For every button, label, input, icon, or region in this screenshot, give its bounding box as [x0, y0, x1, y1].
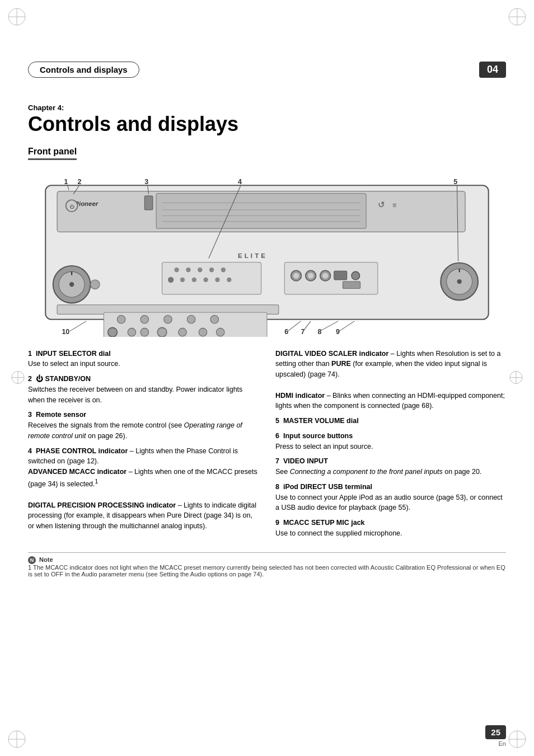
- chapter-title: Controls and displays: [28, 113, 506, 135]
- svg-point-41: [180, 277, 185, 281]
- corner-mark-tl: [6, 6, 28, 28]
- svg-text:2: 2: [78, 178, 82, 186]
- item-5: 5 MASTER VOLUME dial: [275, 416, 506, 426]
- svg-point-36: [186, 267, 190, 272]
- svg-line-74: [288, 321, 301, 331]
- front-panel-heading: Front panel: [28, 147, 77, 160]
- item-4: 4 PHASE CONTROL indicator – Lights when …: [28, 446, 259, 532]
- item-6: 6 Input source buttons Press to select a…: [275, 431, 506, 452]
- note-icon: N: [28, 556, 36, 564]
- svg-rect-33: [144, 196, 153, 210]
- svg-point-45: [227, 277, 231, 281]
- page-number: 25: [485, 725, 506, 739]
- right-column: DIGITAL VIDEO SCALER indicator – Lights …: [275, 349, 506, 543]
- corner-mark-bl: [6, 728, 28, 750]
- right-mid-mark: [508, 369, 524, 387]
- item-2: 2 ⏻ STANDBY/ON Switches the receiver bet…: [28, 374, 259, 405]
- svg-point-93: [210, 315, 219, 323]
- svg-rect-53: [334, 271, 347, 280]
- item-7: 7 VIDEO INPUT See Connecting a component…: [275, 456, 506, 477]
- svg-point-39: [221, 267, 226, 272]
- svg-text:1: 1: [64, 178, 68, 186]
- svg-point-94: [108, 327, 118, 337]
- item-3: 3 Remote sensor Receives the signals fro…: [28, 410, 259, 441]
- text-columns: 1 INPUT SELECTOR dial Use to select an i…: [28, 349, 506, 543]
- svg-text:↺: ↺: [378, 200, 385, 209]
- svg-rect-34: [162, 262, 261, 294]
- svg-text:⏻: ⏻: [69, 203, 74, 209]
- item-9: 9 MCACC SETUP MIC jack Use to connect th…: [275, 518, 506, 539]
- svg-line-76: [303, 321, 311, 331]
- svg-text:5: 5: [453, 178, 457, 186]
- svg-point-97: [157, 327, 167, 337]
- svg-point-42: [192, 277, 196, 281]
- footnote-text: 1 The MCACC indicator does not light whe…: [28, 564, 505, 577]
- left-mid-mark: [10, 369, 26, 387]
- corner-mark-br: [506, 728, 528, 750]
- corner-mark-tr: [506, 6, 528, 28]
- left-column: 1 INPUT SELECTOR dial Use to select an i…: [28, 349, 259, 543]
- svg-text:4: 4: [238, 178, 242, 186]
- chapter-label: Chapter 4:: [28, 104, 506, 112]
- svg-point-38: [209, 267, 214, 272]
- header-bar: Controls and displays 04: [28, 62, 506, 78]
- svg-point-40: [168, 276, 174, 282]
- svg-text:7: 7: [301, 327, 305, 335]
- device-illustration: Pioneer ELITE ⏻: [28, 168, 506, 339]
- item-8: 8 iPod DIRECT USB terminal Use to connec…: [275, 482, 506, 513]
- front-panel-svg: Pioneer ELITE ⏻: [28, 168, 506, 337]
- svg-line-80: [339, 321, 354, 331]
- svg-text:≡: ≡: [392, 201, 396, 209]
- svg-point-35: [174, 267, 179, 272]
- svg-text:ELITE: ELITE: [238, 252, 268, 259]
- svg-point-92: [187, 315, 195, 323]
- svg-point-48: [293, 273, 299, 278]
- svg-point-52: [322, 273, 328, 278]
- main-content: Chapter 4: Controls and displays Front p…: [28, 87, 506, 577]
- svg-point-101: [90, 280, 100, 289]
- svg-point-44: [215, 277, 219, 281]
- svg-point-90: [140, 315, 149, 323]
- note-label: Note: [39, 556, 53, 563]
- svg-point-54: [352, 271, 360, 280]
- svg-text:Pioneer: Pioneer: [74, 200, 99, 206]
- svg-rect-55: [343, 281, 360, 288]
- svg-point-43: [203, 277, 208, 281]
- svg-text:10: 10: [62, 327, 69, 335]
- svg-point-58: [457, 279, 462, 284]
- svg-point-91: [164, 315, 172, 323]
- chapter-number: 04: [479, 62, 506, 78]
- svg-point-95: [128, 328, 136, 336]
- page-lang: En: [499, 740, 506, 747]
- svg-text:6: 6: [284, 327, 288, 335]
- svg-text:9: 9: [336, 327, 340, 335]
- svg-line-82: [70, 321, 86, 331]
- svg-point-98: [179, 328, 187, 336]
- header-title: Controls and displays: [28, 62, 139, 78]
- svg-point-89: [117, 315, 125, 323]
- svg-text:8: 8: [318, 327, 322, 335]
- svg-point-99: [199, 328, 207, 336]
- svg-point-100: [216, 328, 224, 336]
- svg-point-96: [140, 328, 149, 336]
- item-4-continued: DIGITAL VIDEO SCALER indicator – Lights …: [275, 349, 506, 412]
- note-box: N Note 1 The MCACC indicator does not li…: [28, 552, 506, 577]
- item-1: 1 INPUT SELECTOR dial Use to select an i…: [28, 349, 259, 370]
- svg-point-50: [308, 273, 313, 278]
- svg-point-29: [69, 282, 74, 287]
- svg-rect-21: [156, 193, 366, 228]
- svg-text:3: 3: [144, 178, 148, 186]
- svg-point-37: [198, 267, 202, 272]
